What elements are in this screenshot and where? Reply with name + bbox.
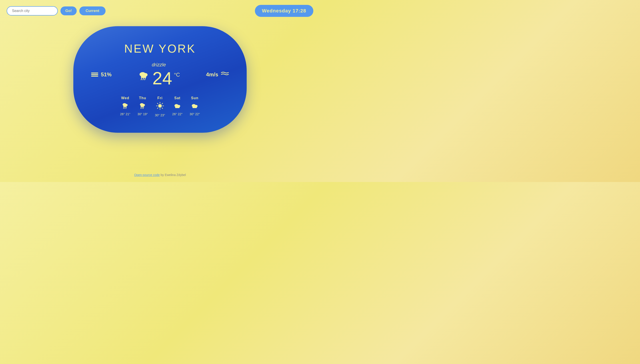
- footer: Open-source code by Ewelina Zdybel: [134, 173, 186, 177]
- forecast-temps: 30° 22°: [189, 112, 200, 116]
- city-name: NEW YORK: [124, 42, 196, 55]
- svg-line-9: [123, 107, 124, 109]
- svg-line-23: [157, 103, 158, 104]
- humidity-icon: [91, 72, 98, 76]
- forecast-day-name: Sat: [174, 96, 180, 100]
- wind-value: 4m/s: [206, 72, 218, 78]
- humidity-value: 51%: [101, 72, 112, 78]
- svg-point-1: [143, 73, 148, 76]
- forecast-day: Sat 26° 22°: [172, 96, 182, 116]
- forecast-day-name: Wed: [121, 96, 129, 100]
- forecast-row: Wed 26° 21° Thu 30° 19° Fri: [91, 96, 229, 117]
- forecast-day-name: Sun: [191, 96, 198, 100]
- svg-rect-29: [175, 107, 179, 108]
- temperature-value: 24: [152, 70, 172, 87]
- forecast-day-name: Fri: [157, 96, 162, 100]
- forecast-temps: 30° 23°: [155, 114, 165, 117]
- forecast-day: Wed 26° 21°: [120, 96, 130, 116]
- forecast-weather-icon: [139, 102, 147, 110]
- go-button[interactable]: Go!: [60, 6, 77, 15]
- datetime-badge: Wednesday 17:28: [255, 5, 313, 17]
- forecast-day-name: Thu: [139, 96, 146, 100]
- footer-suffix: by Ewelina Zdybel: [160, 173, 186, 177]
- condition-text: drizzle: [152, 62, 166, 68]
- svg-line-24: [162, 108, 163, 108]
- svg-line-25: [157, 108, 158, 108]
- current-button[interactable]: Current: [79, 6, 105, 15]
- svg-line-5: [145, 78, 145, 80]
- wind-section: 4m/s: [206, 71, 229, 78]
- forecast-day: Sun 30° 22°: [189, 96, 200, 116]
- header-left: Go! Current: [7, 6, 106, 16]
- center-weather: drizzle 24 °C: [138, 62, 180, 87]
- svg-line-3: [141, 78, 142, 80]
- search-input[interactable]: [7, 6, 58, 16]
- forecast-weather-icon: [191, 102, 199, 110]
- svg-point-18: [158, 104, 162, 108]
- forecast-weather-icon: [173, 102, 181, 110]
- temp-unit: °C: [174, 72, 180, 78]
- svg-line-16: [142, 107, 142, 109]
- forecast-temps: 30° 19°: [138, 112, 148, 116]
- temp-row: 24 °C: [138, 70, 180, 87]
- forecast-temps: 26° 22°: [172, 112, 182, 116]
- svg-line-26: [162, 103, 163, 104]
- svg-line-11: [126, 107, 126, 109]
- svg-rect-32: [192, 107, 197, 108]
- forecast-temps: 26° 21°: [120, 112, 130, 116]
- svg-line-17: [143, 107, 144, 109]
- weather-main: 51% drizzle 24 °C: [91, 62, 229, 87]
- svg-line-4: [143, 78, 144, 80]
- forecast-weather-icon: [121, 102, 129, 110]
- footer-link[interactable]: Open-source code: [134, 173, 160, 177]
- main-weather-icon: [138, 70, 149, 83]
- svg-line-10: [125, 107, 125, 109]
- weather-card: NEW YORK 51% drizzle: [73, 26, 247, 133]
- forecast-day: Thu 30° 19°: [138, 96, 148, 116]
- forecast-weather-icon: [156, 102, 164, 112]
- svg-line-15: [141, 107, 141, 109]
- header: Go! Current Wednesday 17:28: [0, 0, 320, 22]
- wind-icon: [221, 71, 229, 78]
- humidity-section: 51%: [91, 72, 112, 78]
- forecast-day: Fri 30° 23°: [155, 96, 165, 117]
